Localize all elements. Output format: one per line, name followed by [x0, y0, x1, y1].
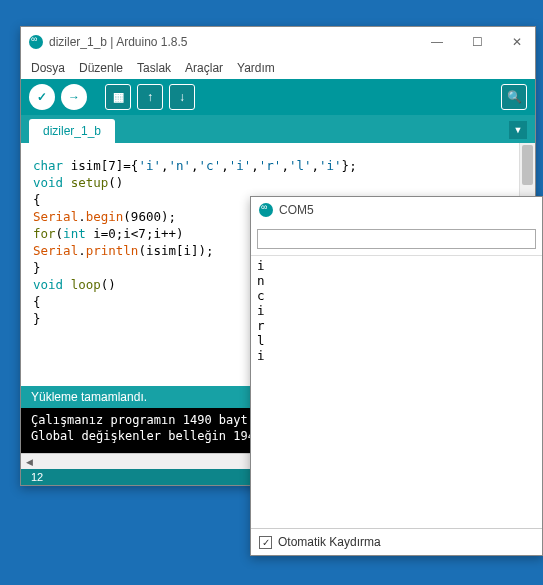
serial-line: i [257, 303, 536, 318]
autoscroll-checkbox[interactable]: ✓ [259, 536, 272, 549]
maximize-button[interactable]: ☐ [467, 35, 487, 49]
window-controls: — ☐ ✕ [427, 35, 527, 49]
serial-line: n [257, 273, 536, 288]
serial-footer: ✓ Otomatik Kaydırma [251, 528, 542, 555]
serial-monitor-button[interactable]: 🔍 [501, 84, 527, 110]
scroll-left-icon[interactable]: ◀ [21, 457, 37, 467]
menu-file[interactable]: Dosya [31, 61, 65, 75]
save-button[interactable]: ↓ [169, 84, 195, 110]
serial-output[interactable]: i n c i r l i [251, 256, 542, 528]
serial-send-input[interactable] [257, 229, 536, 249]
serial-input-row [251, 223, 542, 256]
autoscroll-label: Otomatik Kaydırma [278, 535, 381, 549]
serial-titlebar[interactable]: COM5 [251, 197, 542, 223]
sketch-tab[interactable]: diziler_1_b [29, 119, 115, 143]
menu-tools[interactable]: Araçlar [185, 61, 223, 75]
serial-line: r [257, 318, 536, 333]
minimize-button[interactable]: — [427, 35, 447, 49]
close-button[interactable]: ✕ [507, 35, 527, 49]
serial-line: l [257, 333, 536, 348]
toolbar: ✓ → ▦ ↑ ↓ 🔍 [21, 79, 535, 115]
serial-line: c [257, 288, 536, 303]
verify-button[interactable]: ✓ [29, 84, 55, 110]
menubar: Dosya Düzenle Taslak Araçlar Yardım [21, 57, 535, 79]
titlebar[interactable]: diziler_1_b | Arduino 1.8.5 — ☐ ✕ [21, 27, 535, 57]
upload-button[interactable]: → [61, 84, 87, 110]
arduino-logo-icon [259, 203, 273, 217]
tab-menu-button[interactable]: ▼ [509, 121, 527, 139]
open-button[interactable]: ↑ [137, 84, 163, 110]
serial-title: COM5 [279, 203, 314, 217]
window-title: diziler_1_b | Arduino 1.8.5 [49, 35, 188, 49]
menu-edit[interactable]: Düzenle [79, 61, 123, 75]
serial-line: i [257, 348, 536, 363]
arduino-logo-icon [29, 35, 43, 49]
menu-sketch[interactable]: Taslak [137, 61, 171, 75]
new-button[interactable]: ▦ [105, 84, 131, 110]
menu-help[interactable]: Yardım [237, 61, 275, 75]
serial-line: i [257, 258, 536, 273]
serial-monitor-window: COM5 i n c i r l i ✓ Otomatik Kaydırma [250, 196, 543, 556]
tabbar: diziler_1_b ▼ [21, 115, 535, 143]
